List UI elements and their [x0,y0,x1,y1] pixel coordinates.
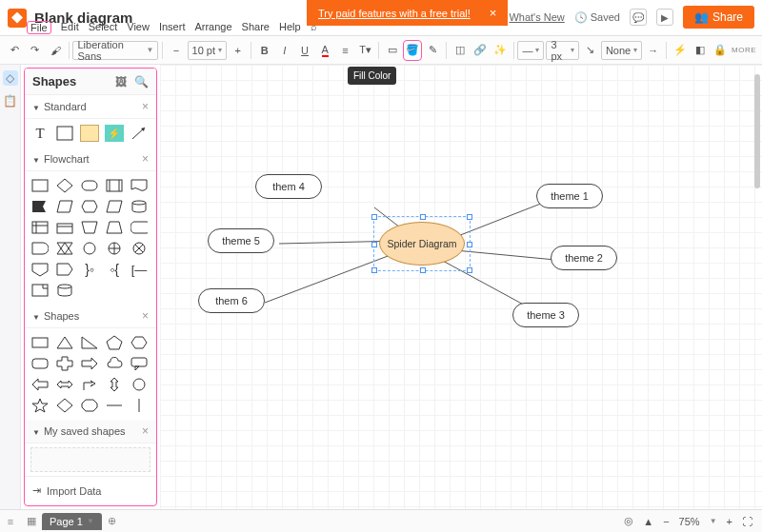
bs-hexagon[interactable] [130,334,149,351]
fc-document[interactable] [130,177,149,194]
vertical-scrollbar[interactable] [752,65,760,464]
bs-pentagon[interactable] [105,334,124,351]
stroke-width-select[interactable]: 3 px▾ [546,41,578,60]
fc-cylinder[interactable] [130,198,149,215]
promo-link[interactable]: Try paid features with a free trial! [318,8,471,19]
fc-connector[interactable] [80,240,99,257]
menu-help[interactable]: Help [279,21,301,34]
promo-close-button[interactable]: × [490,6,497,20]
menu-share[interactable]: Share [242,21,270,34]
resize-handle[interactable] [467,242,472,247]
whats-new-link[interactable]: What's New [509,11,564,23]
clipboard-rail-button[interactable]: 📋 [3,93,18,108]
node-t6[interactable]: them 6 [198,288,265,313]
node-t4[interactable]: them 4 [255,174,322,199]
bs-rounded[interactable] [30,355,50,372]
fc-trap[interactable] [105,219,124,236]
resize-handle[interactable] [467,267,472,273]
fc-display[interactable] [55,240,74,257]
fc-card[interactable] [55,219,74,236]
shape-filled-rect[interactable] [80,125,99,142]
redo-button[interactable]: ↷ [26,40,44,61]
page-tab[interactable]: Page 1 ▼ [42,513,102,530]
close-icon[interactable]: × [142,100,149,113]
fc-or[interactable] [105,240,124,257]
bs-vline[interactable] [130,397,149,414]
menu-edit[interactable]: Edit [61,21,79,34]
zoom-in-button[interactable]: + [727,516,732,527]
bs-rect[interactable] [30,334,50,351]
shape-text[interactable]: T [30,125,50,142]
font-select[interactable]: Liberation Sans ▼ [72,41,158,60]
menu-select[interactable]: Select [89,21,118,34]
comment-icon[interactable]: 💬 [630,9,647,26]
section-shapes[interactable]: ▼Shapes × [25,305,156,328]
section-standard[interactable]: ▼Standard × [25,95,156,119]
link-button[interactable]: 🔗 [471,40,489,61]
bs-arrow-bend[interactable] [80,376,99,393]
layers-icon[interactable]: ◧ [691,40,709,61]
node-t2[interactable]: theme 2 [551,246,617,270]
saved-indicator[interactable]: 🕓 Saved [574,11,620,24]
saved-shapes-dropzone[interactable] [30,447,150,472]
format-painter-button[interactable]: 🖌 [46,40,64,61]
node-t3[interactable]: theme 3 [512,303,579,327]
font-size-minus[interactable]: − [167,40,185,61]
resize-handle[interactable] [371,267,377,273]
arrow-start-button[interactable]: ↘ [581,40,599,61]
resize-handle[interactable] [467,214,472,220]
fc-bracket[interactable]: [— [130,261,149,278]
fc-flag[interactable] [30,198,50,215]
fc-db[interactable] [55,282,74,299]
more-button[interactable]: MORE [732,46,756,54]
shape-style-button[interactable]: ▭ [383,40,401,61]
bs-rtriangle[interactable] [80,334,99,351]
fc-sum[interactable] [130,240,149,257]
image-search-icon[interactable]: 🖼 [115,75,127,89]
italic-button[interactable]: I [275,40,293,61]
magic-button[interactable]: ✨ [491,40,509,61]
menu-arrange[interactable]: Arrange [194,21,231,34]
section-saved[interactable]: ▼My saved shapes × [25,420,156,443]
add-page-button[interactable]: ⊕ [102,515,123,527]
shape-rect[interactable] [55,125,74,142]
fc-stored[interactable] [130,219,149,236]
line-dash-select[interactable]: —▾ [517,41,544,60]
fc-note[interactable] [30,282,50,299]
resize-handle[interactable] [420,267,426,273]
close-icon[interactable]: × [142,152,149,166]
search-icon[interactable]: 🔍 [134,75,149,89]
fc-hex[interactable] [80,198,99,215]
fc-parallelogram[interactable] [105,198,124,215]
bs-star[interactable] [30,397,50,414]
fc-predef[interactable] [105,177,124,194]
fc-delay[interactable] [30,240,50,257]
text-options-button[interactable]: T▾ [356,40,374,61]
bs-triangle[interactable] [55,334,74,351]
bs-callout[interactable] [130,355,149,372]
bs-arrow-lr[interactable] [55,376,74,393]
close-icon[interactable]: × [142,309,149,323]
resize-handle[interactable] [371,214,377,220]
fc-brace-l[interactable]: ◦{ [105,261,124,278]
bs-circle[interactable] [130,376,149,393]
fc-brace-r[interactable]: }◦ [80,261,99,278]
lock-icon[interactable]: 🔒 [712,40,730,61]
underline-button[interactable]: U [295,40,313,61]
target-icon[interactable]: ◎ [624,515,633,527]
flash-icon[interactable]: ⚡ [671,40,689,61]
close-icon[interactable]: × [142,424,149,438]
share-button[interactable]: 👥 Share [683,6,754,29]
bs-arrow-r[interactable] [80,355,99,372]
bs-diamond[interactable] [55,397,74,414]
bs-arrow-l[interactable] [30,376,50,393]
fc-data[interactable] [55,198,74,215]
bold-button[interactable]: B [255,40,273,61]
fullscreen-icon[interactable]: ⛶ [742,516,752,527]
fc-offpage[interactable] [30,261,50,278]
menu-view[interactable]: View [127,21,150,34]
font-size-select[interactable]: 10 pt ▾ [188,41,227,60]
bs-cross[interactable] [55,355,74,372]
zoom-out-button[interactable]: − [663,516,669,527]
bs-octagon[interactable] [80,397,99,414]
